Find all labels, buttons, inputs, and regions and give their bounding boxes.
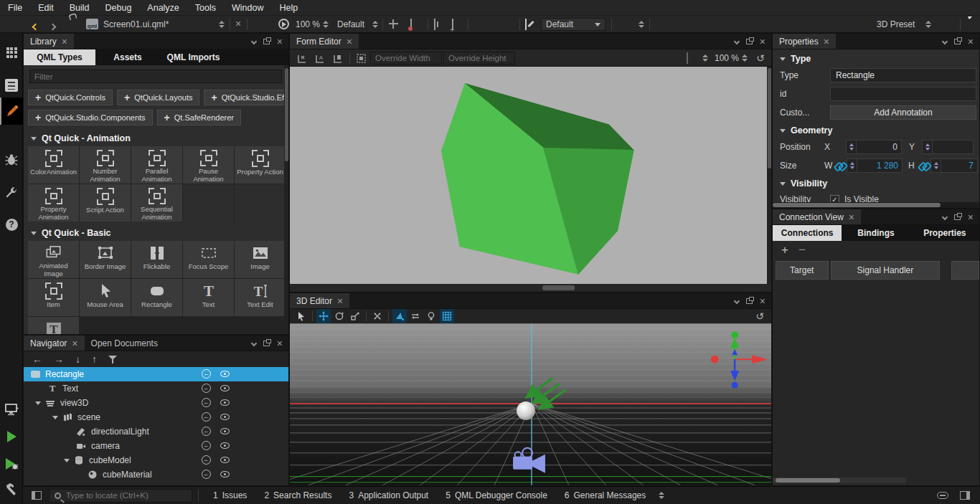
float-window-icon[interactable] [954,214,961,220]
tree-row-view3d[interactable]: view3D [24,396,288,410]
float-window-icon[interactable] [746,298,753,304]
chevron-down-icon[interactable] [251,340,257,346]
visibility-eye-icon[interactable] [220,385,230,391]
tile-border-image[interactable]: Border Image [80,241,131,278]
tile-pauseanimation[interactable]: Pause Animation [183,146,234,184]
close-icon[interactable] [337,296,343,306]
section-visibility[interactable]: Visibility [780,179,827,189]
select-tool-icon[interactable] [294,309,308,323]
tile-propertyanimation[interactable]: Property Animation [28,184,79,222]
tile-propertyaction[interactable]: Property Action [235,146,286,184]
tab-navigator[interactable]: Navigator [24,336,85,351]
close-icon[interactable] [824,37,829,47]
export-icon[interactable] [202,412,211,422]
workspace-combobox[interactable]: Default [541,18,606,31]
tile-image[interactable]: Image [235,241,286,278]
type-value-field[interactable]: Rectangle [830,68,976,82]
tab-connection-view[interactable]: Connection View [773,209,861,224]
export-icon[interactable] [202,441,211,450]
section-qtquick-basic[interactable]: Qt Quick - Basic [31,228,111,238]
document-selector-spinner[interactable] [219,21,225,28]
tile-numberanimation[interactable]: Number Animation [80,146,131,184]
progress-details-icon[interactable] [937,492,948,499]
style-spinner[interactable] [372,21,378,28]
add-import-safe-renderer[interactable]: Qt.SafeRenderer [157,110,241,125]
add-item-icon[interactable] [452,19,453,29]
tab-properties-sub[interactable]: Properties [910,225,979,241]
close-panel-icon[interactable] [277,37,283,47]
pane-issues[interactable]: 1 Issues [204,487,255,504]
sidebar-item-edit[interactable] [0,73,23,98]
rotate-tool-icon[interactable] [332,309,347,323]
move-right-icon[interactable] [54,354,64,364]
tab-assets[interactable]: Assets [95,49,160,65]
scale-tool-icon[interactable] [348,309,362,323]
menu-edit[interactable]: Edit [30,0,62,16]
y-spinbox[interactable] [922,140,974,154]
expand-caret-icon[interactable] [64,459,70,462]
tab-properties[interactable]: Properties [773,34,836,49]
sidebar-item-welcome[interactable] [0,40,23,65]
visibility-eye-icon[interactable] [220,428,230,434]
w-spinbox[interactable]: 1 280 [847,158,903,173]
sidebar-item-kit-selector[interactable] [0,397,23,422]
zoom-level[interactable]: 100 % [296,19,320,29]
contrast-icon[interactable] [687,53,688,63]
override-width-input[interactable] [370,52,442,65]
extra-spinner[interactable] [639,21,644,28]
run-preview-icon[interactable] [278,19,289,29]
preset-selector[interactable]: 3D Preset [877,19,915,29]
export-icon[interactable] [202,470,211,479]
tile-coloranimation[interactable]: ColorAnimation [28,146,79,184]
show-bounds-icon[interactable] [356,53,367,66]
form-canvas[interactable] [290,67,767,284]
menu-tools[interactable]: Tools [187,0,224,16]
close-panel-icon[interactable] [760,296,765,306]
chevron-down-icon[interactable] [942,214,948,219]
tile-rectangle[interactable]: Rectangle [131,279,182,316]
visibility-eye-icon[interactable] [220,457,230,463]
chevron-down-icon[interactable] [251,38,257,44]
move-tool-icon[interactable] [316,309,331,323]
form-vscrollbar[interactable] [767,67,772,284]
float-window-icon[interactable] [263,39,270,44]
column-action-partial[interactable] [951,261,979,280]
column-signal-handler[interactable]: Signal Handler [831,261,941,280]
float-window-icon[interactable] [954,39,961,44]
section-qtquick-animation[interactable]: Qt Quick - Animation [31,133,131,143]
sidebar-item-run[interactable] [0,424,23,449]
float-window-icon[interactable] [746,39,753,44]
export-icon[interactable] [202,398,211,407]
fit-selected-icon[interactable] [370,309,385,323]
export-icon[interactable] [202,455,211,465]
tab-qml-imports[interactable]: QML Imports [160,49,227,65]
locator-input[interactable] [66,491,187,500]
snap-anchors-icon[interactable]: A [315,52,326,66]
pane-general-messages[interactable]: 6 General Messages [556,487,654,504]
move-up-icon[interactable] [92,354,97,364]
chevron-down-icon[interactable] [734,298,740,303]
float-window-icon[interactable] [263,341,270,346]
tile-scriptaction[interactable]: Script Action [80,184,131,222]
id-input[interactable] [830,87,976,101]
contrast-spinner[interactable] [702,54,708,62]
library-filter-input[interactable] [29,70,282,83]
column-target[interactable]: Target [776,261,829,280]
filter-icon[interactable] [108,355,117,363]
grid-toggle-icon[interactable] [440,309,454,323]
tab-library[interactable]: Library [24,34,74,49]
move-left-icon[interactable] [32,354,42,364]
close-panel-icon[interactable] [968,37,974,47]
preset-spinner[interactable] [925,21,931,28]
tile-parallelanimation[interactable]: Parallel Animation [131,146,182,184]
tab-bindings[interactable]: Bindings [842,225,910,241]
close-panel-icon[interactable] [760,37,765,47]
viewport-3d[interactable] [290,323,771,485]
close-icon[interactable] [62,37,67,47]
close-icon[interactable] [849,212,854,222]
visibility-eye-icon[interactable] [220,442,230,449]
selection-record-icon[interactable] [410,19,412,29]
visibility-eye-icon[interactable] [220,399,230,406]
back-arrow-icon[interactable] [33,22,38,32]
tree-row-cubemodel[interactable]: cubeModel [24,453,288,467]
